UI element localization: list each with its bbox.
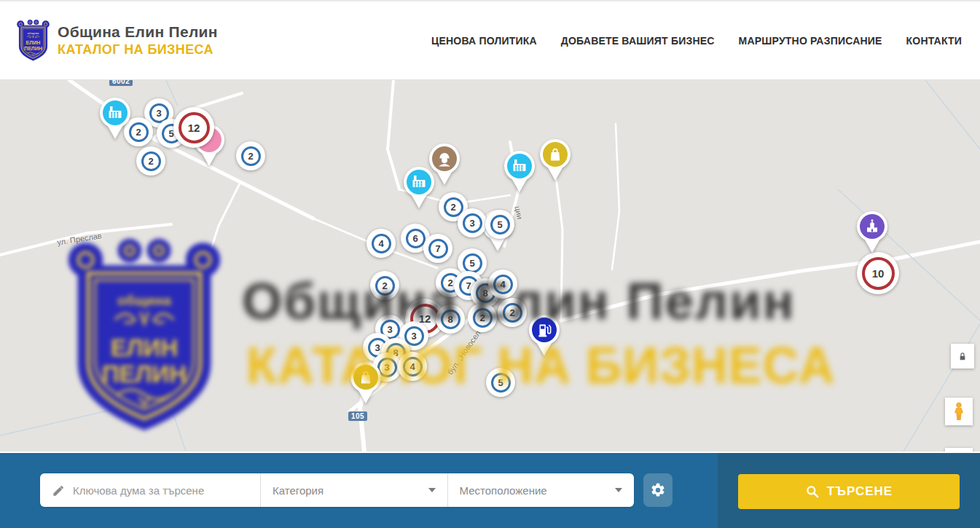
map-pin-factory[interactable] [503, 150, 536, 194]
keyword-input[interactable] [73, 484, 251, 497]
search-fields: Категория Местоположение [40, 473, 634, 507]
chevron-down-icon [615, 488, 622, 492]
map-pin-fuel[interactable] [528, 314, 561, 358]
site-title: Община Елин Пелин [58, 23, 218, 41]
crest-text-elin: ЕЛИН [26, 40, 41, 45]
map-cluster-marker[interactable]: 5 [486, 368, 515, 397]
main-nav: ЦЕНОВА ПОЛИТИКАДОБАВЕТЕ ВАШИЯТ БИЗНЕСМАР… [431, 35, 962, 47]
nav-item-pricing[interactable]: ЦЕНОВА ПОЛИТИКА [431, 35, 537, 47]
map-cluster-marker[interactable]: 7 [423, 234, 452, 263]
nav-item-add-business[interactable]: ДОБАВЕТЕ ВАШИЯТ БИЗНЕС [561, 35, 715, 47]
search-bar: Категория Местоположение Т [0, 453, 980, 528]
pencil-icon [52, 484, 66, 497]
map-canvas[interactable]: ул. Преславбул. „Новоселции6002105 [0, 80, 980, 452]
map-cluster-marker[interactable]: 5 [485, 210, 514, 239]
category-select[interactable]: Категория [260, 473, 447, 507]
site-subtitle: КАТАЛОГ НА БИЗНЕСА [58, 42, 218, 58]
zoom-in-button[interactable]: + [945, 448, 973, 452]
search-button-label: ТЪРСЕНЕ [827, 484, 893, 499]
map-cluster-marker[interactable]: 4 [398, 352, 427, 381]
page: община ЕЛИН ПЕЛИН Община Елин Пелин КАТА… [0, 0, 980, 528]
lock-button[interactable] [951, 344, 974, 369]
map-cluster-marker[interactable]: 3 [458, 208, 487, 237]
search-icon [805, 484, 820, 499]
lock-icon [957, 350, 968, 363]
pegman-icon [951, 402, 967, 421]
search-button[interactable]: ТЪРСЕНЕ [738, 474, 960, 509]
map-cluster-marker[interactable]: 8 [436, 304, 465, 334]
map-cluster-marker[interactable]: 2 [370, 271, 399, 300]
chevron-down-icon [428, 488, 436, 492]
road-shield-label: 105 [348, 411, 367, 421]
map-pin-bag[interactable] [538, 138, 572, 182]
map-cluster-marker[interactable]: 2 [468, 303, 497, 332]
crest-text-pelin: ПЕЛИН [24, 46, 42, 51]
gear-icon [650, 482, 666, 498]
road-shield-label: 6002 [109, 80, 133, 86]
map-pin-factory[interactable] [98, 97, 132, 141]
map-pin-church[interactable] [855, 210, 889, 254]
search-bar-left: Категория Местоположение [0, 453, 718, 528]
advanced-settings-button[interactable] [643, 473, 673, 507]
map-cluster-marker[interactable]: 2 [136, 146, 165, 176]
zoom-control: + − [945, 448, 973, 452]
map-cluster-marker[interactable]: 2 [236, 141, 265, 170]
brand-logo[interactable]: община ЕЛИН ПЕЛИН Община Елин Пелин КАТА… [16, 19, 218, 63]
pegman-button[interactable] [945, 398, 973, 425]
nav-item-contacts[interactable]: КОНТАКТИ [906, 35, 962, 47]
nav-item-route-schedule[interactable]: МАРШРУТНО РАЗПИСАНИЕ [739, 35, 882, 47]
map-cluster-marker[interactable]: 12 [173, 107, 214, 148]
municipality-crest-icon: община ЕЛИН ПЕЛИН [16, 19, 50, 63]
map-cluster-marker[interactable]: 4 [488, 269, 517, 299]
map-pin-worker[interactable] [428, 143, 461, 186]
location-select[interactable]: Местоположение [447, 473, 635, 507]
crest-text-obshtina: община [28, 31, 40, 34]
header: община ЕЛИН ПЕЛИН Община Елин Пелин КАТА… [0, 1, 980, 80]
search-bar-right: ТЪРСЕНЕ [718, 453, 980, 528]
map-cluster-marker[interactable]: 2 [498, 298, 527, 327]
location-value: Местоположение [460, 484, 547, 497]
map-cluster-marker[interactable]: 10 [857, 252, 899, 294]
category-value: Категория [273, 484, 324, 497]
map-pin-bag[interactable] [349, 361, 383, 405]
map-cluster-marker[interactable]: 4 [366, 229, 396, 258]
keyword-field[interactable] [40, 473, 260, 507]
